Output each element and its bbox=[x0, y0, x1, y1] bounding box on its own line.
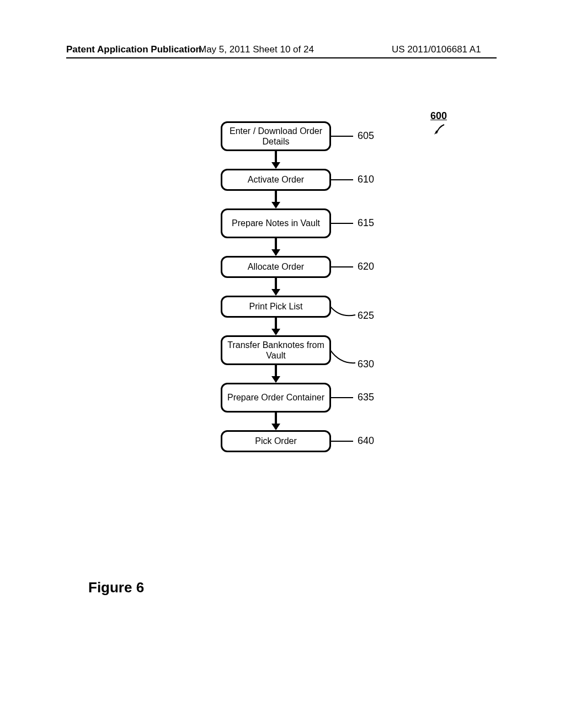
flow-step-label: Transfer Banknotes from Vault bbox=[227, 340, 325, 361]
header-left: Patent Application Publication bbox=[66, 44, 201, 55]
flow-arrow-icon bbox=[275, 191, 277, 207]
flow-step-label: Print Pick List bbox=[249, 301, 303, 312]
flow-step-label: Prepare Notes in Vault bbox=[232, 218, 320, 228]
leader-line bbox=[331, 441, 353, 442]
step-ref-635: 635 bbox=[358, 392, 374, 403]
flow-step-label: Allocate Order bbox=[248, 261, 304, 272]
flow-arrow-icon bbox=[275, 413, 277, 429]
step-ref-615: 615 bbox=[358, 217, 374, 229]
step-ref-605: 605 bbox=[358, 130, 374, 142]
flow-arrow-icon bbox=[275, 238, 277, 255]
flow-arrow-icon bbox=[275, 318, 277, 334]
leader-line bbox=[331, 397, 353, 398]
flow-step-610: Activate Order bbox=[221, 169, 331, 191]
step-ref-630: 630 bbox=[358, 358, 374, 370]
page: Patent Application Publication May 5, 20… bbox=[0, 0, 565, 728]
flow-arrow-icon bbox=[275, 278, 277, 295]
step-ref-610: 610 bbox=[358, 174, 374, 185]
flow-step-620: Allocate Order bbox=[221, 256, 331, 278]
leader-line bbox=[331, 136, 353, 137]
leader-line bbox=[331, 223, 353, 224]
flow-step-605: Enter / Download Order Details bbox=[221, 121, 331, 151]
flow-step-630: Transfer Banknotes from Vault bbox=[221, 335, 331, 365]
flow-step-label: Enter / Download Order Details bbox=[227, 126, 325, 147]
figure-reference-numeral: 600 bbox=[430, 110, 447, 122]
leader-line bbox=[331, 266, 353, 267]
leader-line bbox=[330, 350, 356, 367]
flow-step-label: Prepare Order Container bbox=[227, 392, 324, 403]
flow-arrow-icon bbox=[275, 151, 277, 168]
flow-step-640: Pick Order bbox=[221, 430, 331, 452]
leader-line bbox=[330, 306, 356, 322]
leader-line bbox=[331, 179, 353, 180]
flow-step-635: Prepare Order Container bbox=[221, 383, 331, 413]
flow-step-label: Pick Order bbox=[255, 436, 297, 446]
header-right: US 2011/0106681 A1 bbox=[392, 44, 481, 55]
step-ref-625: 625 bbox=[358, 310, 374, 322]
step-ref-620: 620 bbox=[358, 261, 374, 272]
figure-caption: Figure 6 bbox=[88, 579, 144, 596]
reference-arrow-icon bbox=[433, 122, 446, 136]
step-ref-640: 640 bbox=[358, 435, 374, 447]
header-rule bbox=[66, 57, 497, 58]
flow-step-label: Activate Order bbox=[248, 174, 304, 185]
flow-arrow-icon bbox=[275, 365, 277, 382]
flow-step-625: Print Pick List bbox=[221, 296, 331, 318]
flow-step-615: Prepare Notes in Vault bbox=[221, 208, 331, 238]
header-middle: May 5, 2011 Sheet 10 of 24 bbox=[199, 44, 314, 55]
